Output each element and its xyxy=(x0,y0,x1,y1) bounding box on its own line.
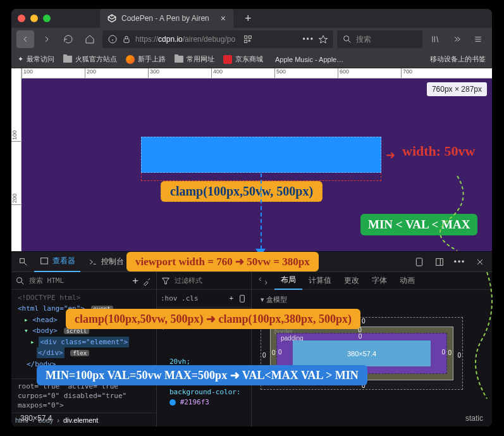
svg-rect-25 xyxy=(416,258,422,266)
svg-point-30 xyxy=(17,277,22,282)
search-icon xyxy=(342,34,352,44)
panel-layout: 布局 计算值 更改 字体 动画 ▾ 盒模型 0 0 0 0 border 0 0 xyxy=(252,272,492,427)
dock-side-button[interactable] xyxy=(431,254,448,270)
panel-styles: 过滤样式 :hov .cls + 元素 { 内联 } 20vh; border-… xyxy=(157,272,252,427)
codepen-icon xyxy=(108,14,116,23)
new-tab-button[interactable]: + xyxy=(245,12,252,25)
layout-tab-computed[interactable]: 计算值 xyxy=(302,272,338,290)
box-model-heading: ▾ 盒模型 xyxy=(261,295,483,304)
svg-marker-32 xyxy=(163,278,169,283)
forward-button[interactable] xyxy=(38,30,56,48)
inspect-element-button[interactable] xyxy=(15,254,32,270)
minimize-window-button[interactable] xyxy=(30,15,38,22)
ruler-vertical: 100 200 xyxy=(11,68,22,251)
devtools-body: 搜索 HTML + <!DOCTYPE html> <html lang="en… xyxy=(11,272,492,427)
url-text: https://cdpn.io/airen/debug/po xyxy=(135,35,235,44)
svg-marker-12 xyxy=(319,35,327,43)
curved-connector-2 xyxy=(474,272,500,411)
svg-point-13 xyxy=(344,36,349,41)
svg-rect-9 xyxy=(249,36,251,39)
overflow-button[interactable] xyxy=(448,30,465,48)
layout-tab-anim[interactable]: 动画 xyxy=(393,272,421,290)
page-viewport: 100 200 300 400 500 600 700 100 200 760p… xyxy=(11,68,492,252)
tab-console[interactable]: 控制台 xyxy=(83,252,129,272)
eyedropper-icon[interactable] xyxy=(142,276,152,286)
menu-button[interactable] xyxy=(469,30,487,48)
reload-button[interactable] xyxy=(59,30,77,48)
filter-styles-input[interactable]: 过滤样式 xyxy=(175,276,247,285)
viewport-dimensions-badge: 760px × 287px xyxy=(427,82,487,96)
svg-line-1 xyxy=(108,17,112,20)
annotation-clamp-expand: clamp(100px,50vw, 500px) ➜ clamp(100px,3… xyxy=(66,309,360,329)
svg-rect-26 xyxy=(436,258,443,265)
library-button[interactable] xyxy=(426,30,444,48)
annotation-clamp-call: clamp(100px,50vw, 500px) xyxy=(161,181,323,202)
tab-close-button[interactable]: × xyxy=(221,13,226,23)
tab-inspector[interactable]: 查看器 xyxy=(34,252,80,272)
search-icon xyxy=(15,276,25,286)
bookmark-firefox-sites[interactable]: 火狐官方站点 xyxy=(63,54,117,64)
tab-title: CodePen - A Pen by Airen xyxy=(121,14,209,23)
back-button[interactable] xyxy=(16,30,34,48)
filter-icon xyxy=(161,276,171,286)
annotation-minmax: MIN=100px VAL=50vw MAX=500px ➜ VAL<MAX V… xyxy=(37,365,367,385)
svg-rect-7 xyxy=(124,39,129,42)
bookmark-most-visited[interactable]: ✦最常访问 xyxy=(18,54,54,64)
add-node-button[interactable]: + xyxy=(132,275,138,287)
info-icon xyxy=(108,34,118,44)
svg-line-2 xyxy=(112,17,116,20)
dashed-connector xyxy=(261,173,262,256)
svg-rect-22 xyxy=(20,258,25,263)
clipboard-icon[interactable] xyxy=(237,294,247,304)
bookmark-common-sites[interactable]: 常用网址 xyxy=(175,54,214,64)
bookmarks-bar: ✦最常访问 火狐官方站点 新手上路 常用网址 京东商城 Apple Music … xyxy=(11,51,492,68)
home-button[interactable] xyxy=(81,30,99,48)
layout-tab-changes[interactable]: 更改 xyxy=(338,272,366,290)
maximize-window-button[interactable] xyxy=(43,15,51,22)
layout-subtabs: 布局 计算值 更改 字体 动画 xyxy=(252,272,492,290)
lock-icon xyxy=(121,34,132,44)
layout-dimensions: 380×57.4 xyxy=(20,414,52,423)
layout-tab-icon[interactable] xyxy=(252,272,274,290)
browser-tab[interactable]: CodePen - A Pen by Airen × xyxy=(100,9,233,28)
demo-element[interactable] xyxy=(141,137,381,173)
devtools-close-button[interactable] xyxy=(472,254,488,270)
search-box[interactable]: 搜索 xyxy=(337,30,422,48)
title-bar: CodePen - A Pen by Airen × + xyxy=(11,9,492,28)
bookmark-mobile[interactable]: 移动设备上的书签 xyxy=(430,54,486,64)
hov-cls-toggles[interactable]: :hov .cls xyxy=(161,294,199,302)
curved-connector xyxy=(435,176,479,252)
bookmark-apple-music[interactable]: Apple Music - Apple… xyxy=(272,56,343,63)
ruler-horizontal: 100 200 300 400 500 600 700 xyxy=(11,68,492,78)
add-rule-button[interactable]: + xyxy=(229,294,233,302)
url-bar: https://cdpn.io/airen/debug/po ••• 搜索 xyxy=(11,28,492,51)
svg-line-14 xyxy=(348,40,350,42)
browser-window: CodePen - A Pen by Airen × + https://cdp… xyxy=(11,9,492,427)
devtools-more-button[interactable]: ••• xyxy=(452,254,468,270)
layout-tab-layout[interactable]: 布局 xyxy=(274,272,302,290)
layout-tab-fonts[interactable]: 字体 xyxy=(366,272,393,290)
layout-position: static xyxy=(465,414,483,423)
folder-icon xyxy=(63,56,72,63)
qr-icon[interactable] xyxy=(243,34,253,44)
html-search-input[interactable]: 搜索 HTML xyxy=(29,276,128,285)
svg-line-17 xyxy=(437,36,438,42)
bookmark-getting-started[interactable]: 新手上路 xyxy=(126,54,166,64)
arrow-icon: ➜ xyxy=(386,148,395,162)
jd-icon xyxy=(223,55,232,64)
panel-html-tree: 搜索 HTML + <!DOCTYPE html> <html lang="en… xyxy=(11,272,157,427)
close-window-button[interactable] xyxy=(18,15,25,22)
star-icon: ✦ xyxy=(18,55,23,63)
svg-rect-11 xyxy=(249,40,250,41)
responsive-mode-button[interactable] xyxy=(411,254,427,270)
annotation-width: width: 50vw xyxy=(402,143,476,159)
bookmark-star-icon[interactable] xyxy=(318,34,328,44)
search-placeholder: 搜索 xyxy=(356,34,371,45)
address-bar[interactable]: https://cdpn.io/airen/debug/po ••• xyxy=(102,30,333,48)
bookmark-jd[interactable]: 京东商城 xyxy=(223,54,263,64)
box-model-content: 380×57.4 xyxy=(293,340,431,366)
svg-rect-33 xyxy=(240,295,245,302)
page-actions-button[interactable]: ••• xyxy=(302,35,314,44)
svg-line-31 xyxy=(22,282,23,284)
svg-rect-10 xyxy=(245,40,247,42)
